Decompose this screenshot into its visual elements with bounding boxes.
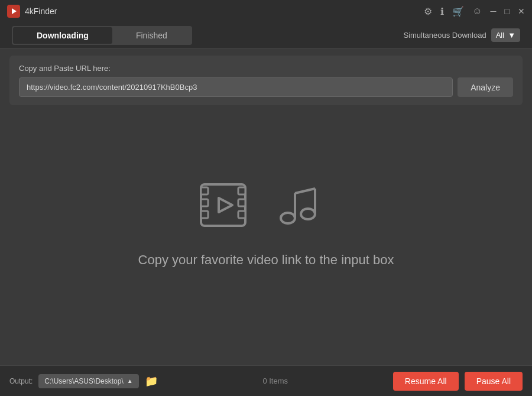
url-label: Copy and Paste URL here: xyxy=(19,64,513,73)
svg-rect-7 xyxy=(238,199,245,206)
minimize-button[interactable]: ─ xyxy=(491,7,497,16)
url-input-row: Analyze xyxy=(19,77,513,97)
title-controls: ⚙ ℹ 🛒 ☺ ─ □ ✕ xyxy=(424,6,525,17)
simultaneous-label: Simultaneous Download xyxy=(403,31,486,40)
svg-rect-8 xyxy=(238,211,245,218)
close-button[interactable]: ✕ xyxy=(518,7,525,16)
title-left: 4kFinder xyxy=(7,5,57,18)
items-count: 0 Items xyxy=(164,376,387,385)
output-path-button[interactable]: C:\Users\ASUS\Desktop\ ▲ xyxy=(38,374,138,388)
svg-rect-5 xyxy=(201,211,208,218)
svg-rect-6 xyxy=(238,187,245,194)
folder-icon[interactable]: 📁 xyxy=(145,375,158,388)
resume-all-button[interactable]: Resume All xyxy=(393,372,459,391)
settings-icon[interactable]: ⚙ xyxy=(424,6,432,17)
analyze-button[interactable]: Analyze xyxy=(458,77,513,97)
svg-rect-3 xyxy=(201,187,208,194)
info-icon[interactable]: ℹ xyxy=(440,6,444,17)
app-title: 4kFinder xyxy=(25,7,57,16)
pause-all-button[interactable]: Pause All xyxy=(465,372,523,391)
tab-downloading[interactable]: Downloading xyxy=(13,27,112,44)
simultaneous-group: Simultaneous Download All ▼ xyxy=(403,28,520,42)
tab-group: Downloading Finished xyxy=(12,26,192,45)
chevron-down-icon: ▼ xyxy=(508,31,515,40)
sim-value: All xyxy=(496,31,504,40)
tab-finished[interactable]: Finished xyxy=(112,27,191,44)
svg-point-13 xyxy=(301,209,315,219)
svg-rect-4 xyxy=(201,199,208,206)
empty-state: Copy your favorite video link to the inp… xyxy=(0,112,532,343)
triangle-up-icon: ▲ xyxy=(127,378,133,384)
nav-bar: Downloading Finished Simultaneous Downlo… xyxy=(0,22,532,48)
simultaneous-dropdown[interactable]: All ▼ xyxy=(491,28,520,42)
output-path-text: C:\Users\ASUS\Desktop\ xyxy=(44,377,123,385)
music-icon xyxy=(275,176,334,235)
url-section: Copy and Paste URL here: Analyze xyxy=(9,56,523,105)
svg-line-12 xyxy=(295,189,315,193)
url-input[interactable] xyxy=(19,77,453,97)
output-label: Output: xyxy=(9,377,33,385)
bottom-bar: Output: C:\Users\ASUS\Desktop\ ▲ 📁 0 Ite… xyxy=(0,365,532,396)
cart-icon[interactable]: 🛒 xyxy=(452,6,464,17)
app-logo xyxy=(7,5,20,18)
video-icon xyxy=(198,176,263,235)
feedback-icon[interactable]: ☺ xyxy=(472,6,482,17)
empty-text: Copy your favorite video link to the inp… xyxy=(138,252,394,268)
empty-icon-container xyxy=(198,176,334,235)
svg-marker-9 xyxy=(219,198,232,212)
title-bar: 4kFinder ⚙ ℹ 🛒 ☺ ─ □ ✕ xyxy=(0,0,532,22)
svg-point-10 xyxy=(281,213,295,223)
maximize-button[interactable]: □ xyxy=(505,7,510,16)
